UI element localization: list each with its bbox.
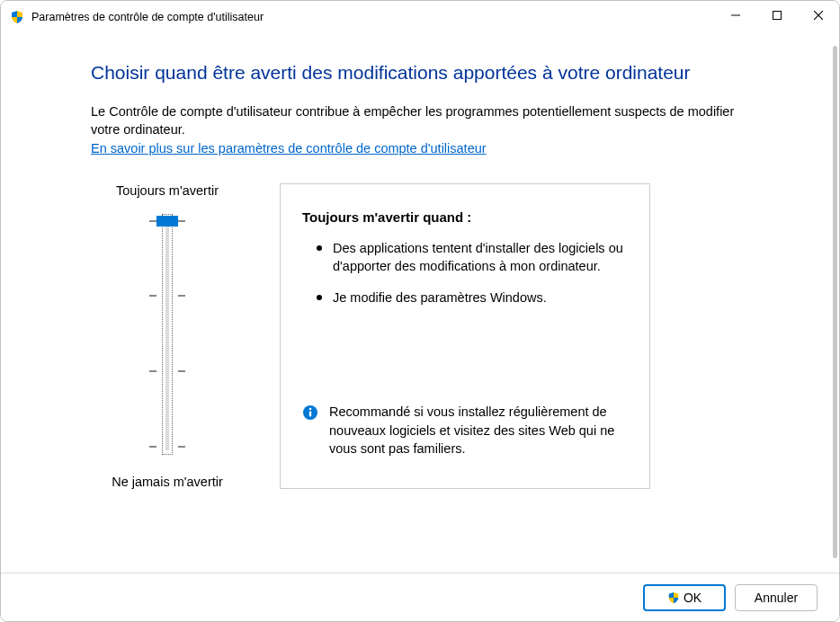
footer-bar: OK Annuler (1, 573, 839, 621)
shield-icon (10, 10, 24, 24)
slider-tick (149, 295, 185, 297)
slider-tick (149, 446, 185, 448)
window-title: Paramètres de contrôle de compte d'utili… (31, 11, 715, 23)
content-area: Choisir quand être averti des modificati… (1, 33, 839, 573)
learn-more-link[interactable]: En savoir plus sur les paramètres de con… (91, 141, 487, 156)
slider-column: Toujours m'avertir Ne jamais m'avertir (91, 183, 244, 489)
cancel-button-label: Annuler (755, 591, 798, 605)
detail-bullets: Des applications tentent d'installer des… (302, 239, 628, 319)
titlebar: Paramètres de contrôle de compte d'utili… (1, 1, 839, 33)
close-button[interactable] (798, 1, 839, 30)
cancel-button[interactable]: Annuler (735, 584, 818, 611)
recommendation-row: Recommandé si vous installez régulièreme… (302, 403, 628, 470)
svg-point-5 (309, 408, 312, 411)
maximize-icon (773, 11, 782, 20)
shield-icon (667, 591, 680, 604)
slider-thumb[interactable] (156, 216, 178, 227)
minimize-icon (731, 11, 740, 20)
main-area: Toujours m'avertir Ne jamais m'avertir T… (91, 183, 767, 489)
maximize-button[interactable] (756, 1, 798, 30)
recommendation-text: Recommandé si vous installez régulièreme… (329, 403, 628, 458)
slider-top-label: Toujours m'avertir (91, 183, 244, 198)
slider-track (162, 214, 173, 455)
svg-rect-1 (773, 12, 782, 20)
close-icon (814, 11, 823, 20)
ok-button-label: OK (684, 591, 701, 605)
ok-button[interactable]: OK (643, 584, 726, 611)
detail-panel: Toujours m'avertir quand : Des applicati… (280, 183, 650, 489)
minimize-button[interactable] (715, 1, 756, 30)
slider-bottom-label: Ne jamais m'avertir (91, 475, 244, 489)
uac-settings-window: Paramètres de contrôle de compte d'utili… (0, 0, 840, 622)
detail-bullet: Je modifie des paramètres Windows. (317, 289, 628, 307)
svg-rect-6 (309, 412, 311, 417)
notification-slider[interactable] (149, 214, 185, 455)
page-heading: Choisir quand être averti des modificati… (91, 62, 767, 84)
intro-text: Le Contrôle de compte d'utilisateur cont… (91, 103, 756, 138)
window-controls (715, 1, 839, 33)
vertical-scrollbar[interactable] (833, 46, 837, 558)
detail-bullet: Des applications tentent d'installer des… (317, 239, 628, 276)
detail-title: Toujours m'avertir quand : (302, 209, 628, 225)
info-icon (302, 404, 318, 421)
slider-tick (149, 370, 185, 372)
